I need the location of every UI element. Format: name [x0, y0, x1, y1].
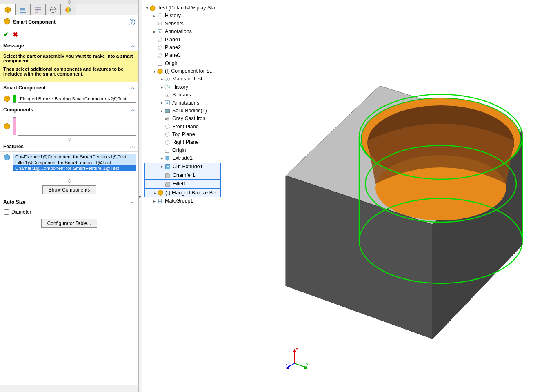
- section-label: Auto Size: [3, 199, 26, 205]
- help-icon[interactable]: ?: [129, 19, 135, 25]
- tab-display-manager[interactable]: [60, 4, 76, 15]
- components-listbox[interactable]: [18, 117, 136, 136]
- tree-item-rightplane[interactable]: Right Plane: [144, 138, 221, 146]
- tree-item-sensors[interactable]: Sensors: [144, 20, 221, 28]
- tree-item-frontplane[interactable]: Front Plane: [144, 123, 221, 131]
- tree-item-origin2[interactable]: Origin: [144, 147, 221, 154]
- chevron-up-icon: ︿: [130, 143, 135, 150]
- section-components-header[interactable]: Components ︿: [0, 105, 138, 115]
- tree-item-fillet1[interactable]: Fillet1: [144, 180, 221, 188]
- svg-rect-39: [167, 166, 169, 167]
- mate-icon: [157, 198, 163, 205]
- list-item[interactable]: Fillet1@Component for SmartFeature-1@Tes…: [13, 160, 136, 165]
- svg-rect-4: [35, 7, 38, 9]
- tree-root[interactable]: ▾ Test (Default<Display Sta...: [144, 4, 221, 12]
- smartcomponent-input[interactable]: [18, 95, 136, 103]
- message-line2: Then select additional components and fe…: [3, 67, 135, 76]
- axis-label-y: y: [306, 362, 308, 367]
- tree-label: (f) Component for S...: [165, 67, 214, 75]
- diameter-checkbox[interactable]: [4, 209, 9, 215]
- tree-item-mategroup[interactable]: ▸MateGroup1: [144, 197, 221, 205]
- smartcomponent-field: [0, 93, 138, 105]
- message-line1: Select the part or assembly you want to …: [3, 53, 135, 63]
- tree-item-extrude1[interactable]: ▸Extrude1: [144, 154, 221, 162]
- tree-item-chamfer1[interactable]: Chamfer1: [144, 171, 221, 180]
- origin-icon: [164, 147, 171, 154]
- section-features-header[interactable]: Features ︿: [0, 141, 138, 152]
- tree-item-annotations[interactable]: ▸AAnnotations: [144, 28, 221, 36]
- tab-dimxpert[interactable]: [45, 4, 61, 15]
- tree-label: Origin: [165, 60, 178, 67]
- components-field: [0, 115, 138, 137]
- tab-configuration-manager[interactable]: [30, 4, 46, 15]
- tab-property-manager[interactable]: [15, 4, 31, 15]
- panel-grip[interactable]: [0, 0, 138, 4]
- tree-item-history[interactable]: ▸History: [144, 12, 221, 20]
- chevron-up-icon: ︿: [130, 42, 135, 49]
- list-item[interactable]: Chamfer1@Component for SmartFeature-1@Te…: [13, 165, 136, 171]
- plane-icon: [164, 131, 171, 138]
- tree-item-plane3[interactable]: Plane3: [144, 51, 221, 59]
- section-resize-grip[interactable]: [0, 179, 138, 183]
- tree-item-flanged[interactable]: ▸(-) Flanged Bronze Be...: [144, 189, 221, 197]
- svg-rect-5: [38, 7, 41, 9]
- tree-item-component[interactable]: ▾(f) Component for S...: [144, 67, 221, 75]
- tab-feature-manager[interactable]: [0, 4, 16, 15]
- tree-label: Top Plane: [172, 131, 195, 138]
- tree-label: Front Plane: [172, 123, 199, 131]
- tree-item-plane1[interactable]: Plane1: [144, 36, 221, 44]
- section-message-header[interactable]: Message ︿: [0, 40, 138, 51]
- tree-label: Solid Bodies(1): [172, 107, 207, 115]
- tree-item-mates[interactable]: ▸Mates in Test: [144, 75, 221, 83]
- tree-item-bodies[interactable]: ▸Solid Bodies(1): [144, 107, 221, 115]
- feature-tree[interactable]: ▾ Test (Default<Display Sta... ▸History …: [144, 4, 221, 205]
- tree-item-topplane[interactable]: Top Plane: [144, 131, 221, 138]
- tree-item-material[interactable]: Gray Cast Iron: [144, 115, 221, 122]
- section-resize-grip[interactable]: [0, 137, 138, 141]
- panel-title: Smart Component: [13, 19, 129, 25]
- tree-item-sensors2[interactable]: Sensors: [144, 91, 221, 99]
- configurator-table-button[interactable]: Configurator Table...: [41, 219, 98, 228]
- svg-point-31: [167, 94, 168, 96]
- show-components-button[interactable]: Show Components: [42, 185, 96, 194]
- origin-icon: [157, 60, 163, 67]
- config-icon: [34, 6, 42, 13]
- tree-label: Annotations: [165, 28, 192, 36]
- ok-button[interactable]: ✔: [3, 31, 9, 38]
- list-item-empty[interactable]: [13, 171, 136, 177]
- features-listbox[interactable]: Cut-Extrude1@Component for SmartFeature-…: [13, 154, 136, 177]
- tree-label: History: [172, 83, 188, 91]
- fillet-icon: [164, 181, 171, 187]
- tree-item-plane2[interactable]: Plane2: [144, 44, 221, 51]
- tree-label: Annotations: [172, 99, 199, 107]
- cube-icon: [4, 6, 11, 13]
- tree-item-annotations2[interactable]: ▸AAnnotations: [144, 99, 221, 107]
- section-label: Components: [3, 107, 33, 113]
- section-label: Features: [3, 144, 24, 149]
- smart-component-icon: [3, 18, 11, 26]
- tree-item-origin[interactable]: Origin: [144, 60, 221, 67]
- tree-label: (-) Flanged Bronze Be...: [165, 189, 220, 197]
- graphics-area[interactable]: ▾ Test (Default<Display Sta... ▸History …: [139, 0, 551, 392]
- tree-label: MateGroup1: [165, 197, 193, 205]
- list-item[interactable]: Cut-Extrude1@Component for SmartFeature-…: [13, 154, 136, 160]
- section-smartcomponent-header[interactable]: Smart Component ︿: [0, 82, 138, 93]
- tree-label: Chamfer1: [173, 172, 195, 179]
- svg-text:A: A: [166, 102, 169, 105]
- tree-item-history2[interactable]: ▸History: [144, 83, 221, 91]
- material-icon: [164, 116, 171, 122]
- chevron-up-icon: ︿: [130, 84, 135, 91]
- target-icon: [49, 6, 57, 13]
- collapse-icon[interactable]: ▾: [144, 5, 149, 11]
- plane-icon: [164, 139, 171, 146]
- view-triad[interactable]: x y z: [286, 347, 310, 372]
- axis-label-z: z: [286, 361, 288, 366]
- tree-label: Sensors: [165, 20, 184, 28]
- section-autosize-header[interactable]: Auto Size ︿: [0, 197, 138, 207]
- tree-item-cutextrude1[interactable]: ▸Cut-Extrude1: [144, 163, 221, 171]
- svg-point-24: [160, 23, 161, 24]
- chevron-up-icon: ︿: [130, 106, 135, 113]
- cancel-button[interactable]: ✖: [13, 31, 18, 38]
- feature-icon: [2, 154, 11, 161]
- tree-label: Right Plane: [172, 138, 199, 146]
